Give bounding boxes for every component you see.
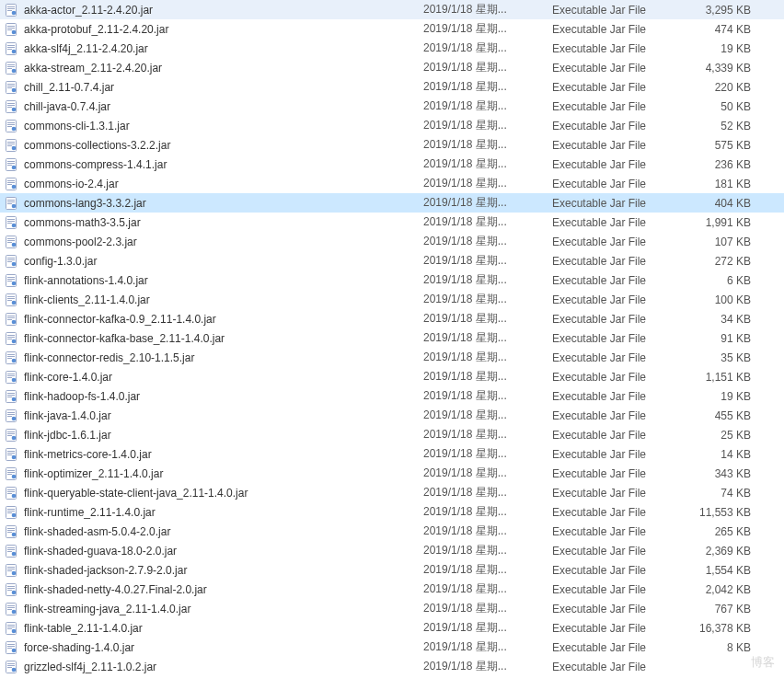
svg-rect-46 xyxy=(7,180,15,181)
file-name-cell: flink-core-1.4.0.jar xyxy=(4,370,423,385)
file-date: 2019/1/18 星期... xyxy=(423,292,552,307)
file-row[interactable]: commons-collections-3.2.2.jar2019/1/18 星… xyxy=(0,135,784,155)
file-type: Executable Jar File xyxy=(552,487,681,500)
svg-point-44 xyxy=(12,165,17,169)
svg-rect-121 xyxy=(7,470,15,471)
jar-file-icon xyxy=(4,99,18,114)
file-row[interactable]: config-1.3.0.jar2019/1/18 星期...Executabl… xyxy=(0,251,784,270)
file-row[interactable]: flink-streaming-java_2.11-1.4.0.jar2019/… xyxy=(0,599,784,618)
file-row[interactable]: flink-annotations-1.4.0.jar2019/1/18 星期.… xyxy=(0,270,784,290)
svg-point-34 xyxy=(12,126,17,131)
file-name-cell: flink-java-1.4.0.jar xyxy=(4,408,423,423)
file-name: force-shading-1.4.0.jar xyxy=(24,641,134,654)
svg-rect-78 xyxy=(7,300,12,301)
svg-rect-6 xyxy=(7,26,15,27)
file-row[interactable]: flink-shaded-guava-18.0-2.0.jar2019/1/18… xyxy=(0,541,784,560)
file-row[interactable]: chill-java-0.7.4.jar2019/1/18 星期...Execu… xyxy=(0,97,784,116)
svg-rect-137 xyxy=(7,530,15,531)
svg-rect-41 xyxy=(7,161,15,162)
svg-rect-88 xyxy=(7,339,12,339)
svg-rect-67 xyxy=(7,259,15,260)
file-row[interactable]: flink-runtime_2.11-1.4.0.jar2019/1/18 星期… xyxy=(0,502,784,522)
file-row[interactable]: flink-java-1.4.0.jar2019/1/18 星期...Execu… xyxy=(0,406,784,425)
file-name-cell: chill_2.11-0.7.4.jar xyxy=(4,80,423,95)
file-type: Executable Jar File xyxy=(552,641,681,654)
file-row[interactable]: commons-compress-1.4.1.jar2019/1/18 星期..… xyxy=(0,155,784,174)
svg-point-139 xyxy=(12,532,17,536)
file-name-cell: akka-slf4j_2.11-2.4.20.jar xyxy=(4,41,423,56)
file-row[interactable]: chill_2.11-0.7.4.jar2019/1/18 星期...Execu… xyxy=(0,77,784,97)
file-date: 2019/1/18 星期... xyxy=(423,350,552,365)
file-size: 2,369 KB xyxy=(681,545,764,558)
svg-rect-51 xyxy=(7,200,15,201)
file-row[interactable]: flink-metrics-core-1.4.0.jar2019/1/18 星期… xyxy=(0,444,784,464)
svg-rect-127 xyxy=(7,491,15,492)
file-date: 2019/1/18 星期... xyxy=(423,79,552,95)
file-row[interactable]: flink-connector-kafka-base_2.11-1.4.0.ja… xyxy=(0,328,784,348)
file-row[interactable]: flink-clients_2.11-1.4.0.jar2019/1/18 星期… xyxy=(0,290,784,309)
jar-file-icon xyxy=(4,582,18,597)
file-type: Executable Jar File xyxy=(552,661,681,673)
svg-rect-61 xyxy=(7,238,15,239)
svg-rect-18 xyxy=(7,68,12,69)
file-date: 2019/1/18 星期... xyxy=(423,504,552,520)
file-row[interactable]: flink-connector-kafka-0.9_2.11-1.4.0.jar… xyxy=(0,309,784,328)
file-name: config-1.3.0.jar xyxy=(24,255,97,268)
svg-rect-7 xyxy=(7,28,15,29)
file-date: 2019/1/18 星期... xyxy=(423,581,552,597)
file-name-cell: commons-cli-1.3.1.jar xyxy=(4,119,423,133)
file-name-cell: flink-queryable-state-client-java_2.11-1… xyxy=(4,486,423,500)
file-row[interactable]: akka-slf4j_2.11-2.4.20.jar2019/1/18 星期..… xyxy=(0,39,784,58)
jar-file-icon xyxy=(4,312,18,327)
file-row[interactable]: flink-shaded-jackson-2.7.9-2.0.jar2019/1… xyxy=(0,560,784,580)
file-row[interactable]: akka-stream_2.11-2.4.20.jar2019/1/18 星期.… xyxy=(0,58,784,77)
file-row[interactable]: force-shading-1.4.0.jar2019/1/18 星期...Ex… xyxy=(0,638,784,657)
svg-rect-113 xyxy=(7,435,12,436)
svg-rect-128 xyxy=(7,493,12,494)
file-row[interactable]: flink-core-1.4.0.jar2019/1/18 星期...Execu… xyxy=(0,367,784,386)
file-row[interactable]: commons-cli-1.3.1.jar2019/1/18 星期...Exec… xyxy=(0,116,784,135)
file-name-cell: flink-jdbc-1.6.1.jar xyxy=(4,428,423,443)
file-size: 91 KB xyxy=(681,332,764,345)
file-name: akka-protobuf_2.11-2.4.20.jar xyxy=(24,23,168,36)
svg-rect-52 xyxy=(7,201,15,202)
jar-file-icon xyxy=(4,486,18,500)
file-name: grizzled-slf4j_2.11-1.0.2.jar xyxy=(24,661,156,673)
file-row[interactable]: flink-optimizer_2.11-1.4.0.jar2019/1/18 … xyxy=(0,464,784,483)
file-name: chill-java-0.7.4.jar xyxy=(24,100,110,113)
svg-rect-27 xyxy=(7,105,15,106)
file-date: 2019/1/18 星期... xyxy=(423,195,552,211)
svg-rect-118 xyxy=(7,454,12,455)
svg-rect-47 xyxy=(7,182,15,183)
file-size: 343 KB xyxy=(681,467,764,480)
svg-rect-73 xyxy=(7,281,12,282)
jar-file-icon xyxy=(4,505,18,520)
svg-rect-62 xyxy=(7,240,15,241)
file-row[interactable]: flink-shaded-asm-5.0.4-2.0.jar2019/1/18 … xyxy=(0,522,784,541)
file-name-cell: chill-java-0.7.4.jar xyxy=(4,99,423,114)
file-row[interactable]: commons-math3-3.5.jar2019/1/18 星期...Exec… xyxy=(0,213,784,232)
file-name-cell: commons-collections-3.2.2.jar xyxy=(4,138,423,153)
svg-rect-43 xyxy=(7,165,12,166)
file-row[interactable]: commons-pool2-2.3.jar2019/1/18 星期...Exec… xyxy=(0,232,784,251)
file-row[interactable]: flink-hadoop-fs-1.4.0.jar2019/1/18 星期...… xyxy=(0,386,784,406)
file-size: 474 KB xyxy=(681,23,764,36)
file-name-cell: flink-runtime_2.11-1.4.0.jar xyxy=(4,505,423,520)
svg-point-39 xyxy=(12,145,17,150)
file-row[interactable]: grizzled-slf4j_2.11-1.0.2.jar2019/1/18 星… xyxy=(0,657,784,676)
file-row[interactable]: flink-connector-redis_2.10-1.1.5.jar2019… xyxy=(0,348,784,367)
file-row[interactable]: commons-io-2.4.jar2019/1/18 星期...Executa… xyxy=(0,174,784,193)
file-row[interactable]: akka-actor_2.11-2.4.20.jar2019/1/18 星期..… xyxy=(0,0,784,19)
file-row[interactable]: flink-table_2.11-1.4.0.jar2019/1/18 星期..… xyxy=(0,618,784,638)
file-size: 35 KB xyxy=(681,351,764,364)
svg-point-94 xyxy=(12,358,17,362)
file-row[interactable]: flink-shaded-netty-4.0.27.Final-2.0.jar2… xyxy=(0,580,784,599)
file-row[interactable]: flink-queryable-state-client-java_2.11-1… xyxy=(0,483,784,502)
file-row[interactable]: akka-protobuf_2.11-2.4.20.jar2019/1/18 星… xyxy=(0,19,784,39)
svg-point-59 xyxy=(12,223,17,227)
file-row[interactable]: commons-lang3-3.3.2.jar2019/1/18 星期...Ex… xyxy=(0,193,784,213)
jar-file-icon xyxy=(4,22,18,37)
svg-rect-87 xyxy=(7,337,15,338)
file-name-cell: flink-shaded-asm-5.0.4-2.0.jar xyxy=(4,524,423,539)
file-row[interactable]: flink-jdbc-1.6.1.jar2019/1/18 星期...Execu… xyxy=(0,425,784,444)
